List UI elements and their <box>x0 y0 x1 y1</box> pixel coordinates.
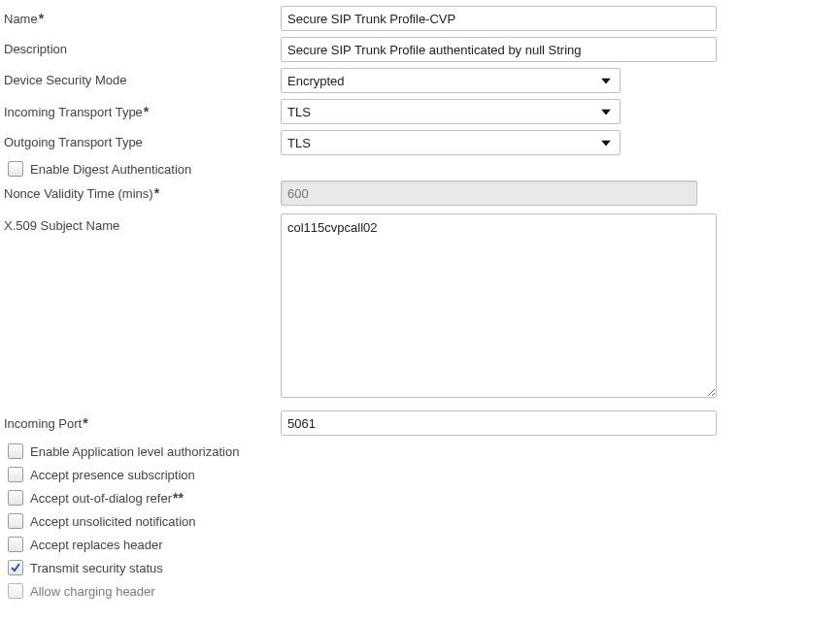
label-nonce-validity-text: Nonce Validity Time (mins) <box>4 186 153 201</box>
label-device-security-mode: Device Security Mode <box>4 68 281 87</box>
row-enable-digest-auth: Enable Digest Authentication <box>8 161 840 177</box>
accept-ood-refer-label-text: Accept out-of-dialog refer <box>30 491 172 506</box>
row-incoming-port: Incoming Port* <box>4 410 840 436</box>
field-device-security-mode: Encrypted <box>281 68 621 93</box>
transmit-security-status-label: Transmit security status <box>30 561 163 575</box>
label-outgoing-transport-type-text: Outgoing Transport Type <box>4 135 143 149</box>
row-description: Description <box>4 37 840 62</box>
field-name <box>281 6 717 31</box>
label-name-text: Name <box>4 12 38 26</box>
accept-presence-sub-checkbox[interactable] <box>8 467 23 482</box>
row-device-security-mode: Device Security Mode Encrypted <box>4 68 840 93</box>
row-transmit-security-status: Transmit security status <box>8 560 840 575</box>
accept-presence-sub-label: Accept presence subscription <box>30 468 195 482</box>
field-nonce-validity <box>281 180 697 206</box>
incoming-transport-type-select[interactable]: TLS <box>281 99 621 124</box>
description-input[interactable] <box>281 37 717 62</box>
label-nonce-validity: Nonce Validity Time (mins)* <box>4 180 281 201</box>
field-outgoing-transport-type: TLS <box>281 130 621 155</box>
label-x509-subject-name: X.509 Subject Name <box>4 213 281 233</box>
enable-app-level-auth-checkbox[interactable] <box>8 443 23 459</box>
incoming-port-input[interactable] <box>281 410 717 436</box>
label-incoming-transport-type: Incoming Transport Type* <box>4 99 281 119</box>
row-accept-unsolicited-notif: Accept unsolicited notification <box>8 513 840 529</box>
label-x509-subject-name-text: X.509 Subject Name <box>4 218 119 233</box>
allow-charging-header-label: Allow charging header <box>30 584 155 599</box>
row-x509-subject-name: X.509 Subject Name <box>4 213 840 401</box>
enable-app-level-auth-label: Enable Application level authorization <box>30 444 239 459</box>
required-marker: * <box>144 104 149 119</box>
row-enable-app-level-auth: Enable Application level authorization <box>8 443 840 459</box>
label-incoming-port: Incoming Port* <box>4 410 281 431</box>
label-outgoing-transport-type: Outgoing Transport Type <box>4 130 281 149</box>
device-security-mode-select-wrap: Encrypted <box>281 68 621 93</box>
allow-charging-header-checkbox[interactable] <box>8 583 23 599</box>
outgoing-transport-type-select-wrap: TLS <box>281 130 621 155</box>
required-marker: * <box>83 415 87 431</box>
label-device-security-mode-text: Device Security Mode <box>4 73 126 87</box>
row-name: Name* <box>4 6 840 31</box>
row-outgoing-transport-type: Outgoing Transport Type TLS <box>4 130 840 155</box>
accept-ood-refer-checkbox[interactable] <box>8 490 23 506</box>
row-accept-presence-sub: Accept presence subscription <box>8 467 840 482</box>
accept-replaces-header-checkbox[interactable] <box>8 537 23 552</box>
transmit-security-status-checkbox[interactable] <box>8 560 23 575</box>
row-accept-replaces-header: Accept replaces header <box>8 537 840 552</box>
enable-digest-auth-label: Enable Digest Authentication <box>30 162 191 177</box>
label-incoming-transport-type-text: Incoming Transport Type <box>4 105 143 119</box>
label-name: Name* <box>4 6 281 26</box>
accept-unsolicited-notif-label: Accept unsolicited notification <box>30 514 196 529</box>
row-accept-ood-refer: Accept out-of-dialog refer** <box>8 490 840 506</box>
label-incoming-port-text: Incoming Port <box>4 416 82 431</box>
field-incoming-transport-type: TLS <box>281 99 621 124</box>
incoming-transport-type-select-wrap: TLS <box>281 99 621 124</box>
name-input[interactable] <box>281 6 717 31</box>
x509-subject-name-textarea[interactable] <box>281 213 717 398</box>
required-marker: * <box>154 185 159 201</box>
accept-unsolicited-notif-checkbox[interactable] <box>8 513 23 529</box>
label-description-text: Description <box>4 42 67 56</box>
accept-replaces-header-label: Accept replaces header <box>30 538 163 552</box>
row-nonce-validity: Nonce Validity Time (mins)* <box>4 180 840 206</box>
outgoing-transport-type-select[interactable]: TLS <box>281 130 621 155</box>
label-description: Description <box>4 37 281 56</box>
accept-ood-refer-label: Accept out-of-dialog refer** <box>30 490 184 506</box>
double-star-marker: ** <box>173 490 184 506</box>
enable-digest-auth-checkbox[interactable] <box>8 161 23 177</box>
row-allow-charging-header: Allow charging header <box>8 583 840 599</box>
sip-trunk-security-profile-form: Name* Description Device Security Mode E… <box>0 0 840 622</box>
nonce-validity-input <box>281 180 697 206</box>
field-incoming-port <box>281 410 717 436</box>
field-description <box>281 37 717 62</box>
row-incoming-transport-type: Incoming Transport Type* TLS <box>4 99 840 124</box>
field-x509-subject-name <box>281 213 717 401</box>
device-security-mode-select[interactable]: Encrypted <box>281 68 621 93</box>
required-marker: * <box>39 11 44 26</box>
